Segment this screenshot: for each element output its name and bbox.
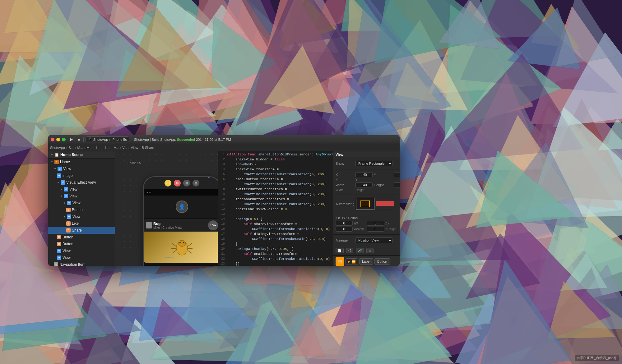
delta-y-input[interactable]: [367, 221, 384, 226]
breadcrumb-view[interactable]: View: [131, 146, 138, 150]
nav-item-view6[interactable]: V View: [48, 247, 115, 254]
iphone-tb-btn4[interactable]: ⊟: [193, 180, 199, 187]
breadcrumb-h2[interactable]: H...: [105, 146, 110, 150]
nav-item-like[interactable]: B Like: [48, 220, 115, 227]
watermark: 自学PHP网_自学习_php息: [575, 355, 619, 361]
breadcrumb-s[interactable]: S...: [68, 146, 74, 150]
bottom-icons-section: 📄 { } 🔗 ⚠: [333, 246, 400, 256]
nav-item-view2[interactable]: ▼ V View: [48, 186, 115, 193]
iphone-tb-btn1[interactable]: ◯: [165, 180, 171, 187]
w-sublabel: Width: [336, 188, 354, 192]
code-line-19: 19 }: [218, 242, 333, 247]
nav-item-label: Navigation Item: [59, 262, 85, 266]
line-num: 16: [219, 227, 225, 231]
x-input[interactable]: [355, 172, 373, 177]
play-forward-btn[interactable]: ▶ ⏩: [346, 258, 358, 265]
objects-button[interactable]: ⊞: [336, 257, 344, 266]
nav-item-home[interactable]: ▼ ⌂ Home: [48, 159, 115, 165]
btn1-icon: B: [66, 208, 71, 212]
expand-icon: ▼: [63, 202, 66, 205]
show-row: Show Frame Rectangle: [336, 161, 397, 166]
like-label: Like: [72, 221, 79, 226]
share-label: Share: [72, 228, 82, 233]
nav-item-visual-effect-view[interactable]: ▼ V Visual Effect View: [48, 179, 115, 186]
ar-preview-content: [376, 201, 394, 206]
breadcrumb-m2[interactable]: M...: [87, 146, 92, 150]
ios67-section: iOS 6/7 Deltas ΔX ΔY ΔWidth ΔHeight: [333, 213, 400, 235]
breadcrumb-shotsapp[interactable]: ShotsApp: [50, 146, 65, 150]
view4-icon: V: [67, 201, 71, 205]
shot-image: [144, 232, 218, 263]
show-select[interactable]: Frame Rectangle: [355, 161, 393, 166]
w-label: Width: [336, 183, 354, 187]
arrange-select[interactable]: Position View: [355, 237, 393, 243]
scheme-selector[interactable]: 📱 ShotsApp › iPhone 5s: [86, 136, 129, 142]
code-line-23: 23 }): [218, 262, 333, 266]
home-label: Home: [60, 160, 70, 164]
ios67-header-row: iOS 6/7 Deltas: [336, 216, 397, 220]
y-input[interactable]: [394, 172, 400, 177]
iphone-tb-btn2[interactable]: ⊟: [174, 180, 181, 187]
code-line-1: 1 @IBAction func shareButtonDidPress (se…: [218, 153, 333, 158]
line-num: 12: [219, 207, 225, 211]
link-btn[interactable]: 🔗: [356, 248, 364, 253]
line-num: 9: [219, 192, 225, 196]
nav-item-navigation-item[interactable]: N Navigation Item: [48, 261, 115, 266]
maximize-button[interactable]: [62, 138, 66, 141]
w-input[interactable]: [355, 182, 373, 187]
delta-w-input[interactable]: [336, 227, 353, 232]
warning-btn[interactable]: ⚠: [366, 248, 374, 253]
code-line-11: 11 CGAffineTransformMakeTranslation ( 0 …: [218, 202, 333, 207]
iphone-tb-btn3[interactable]: ⊟: [183, 180, 190, 187]
code-line-5: 5 CGAffineTransformMakeTranslation ( 0 ,…: [218, 173, 333, 177]
nav-item-button3[interactable]: B Button: [48, 241, 115, 247]
line-num: 7: [219, 182, 225, 186]
nav-item-share[interactable]: B Share: [48, 227, 115, 234]
label-button[interactable]: Label: [359, 258, 373, 265]
view6-label: View: [63, 249, 71, 253]
icon-row: 📄 { } 🔗 ⚠: [336, 248, 397, 253]
file-btn[interactable]: 📄: [336, 248, 344, 253]
code-line-21: 21 self .emailButton.transform =: [218, 252, 333, 257]
toolbar-separator: [83, 137, 84, 142]
nav-item-image[interactable]: V image: [48, 172, 115, 179]
h-input[interactable]: [394, 182, 400, 187]
play-button[interactable]: ▶: [69, 137, 74, 142]
scene-icon: 📋: [54, 153, 59, 157]
arrange-section: Arrange Position View: [333, 235, 400, 246]
minimize-button[interactable]: [56, 138, 60, 141]
stop-button[interactable]: ■: [76, 137, 81, 142]
code-content[interactable]: 1 @IBAction func shareButtonDidPress (se…: [218, 151, 333, 266]
y-label: Y: [374, 173, 392, 177]
x-label: X: [336, 173, 354, 177]
status-bar: 9:41: [144, 189, 218, 196]
button-button[interactable]: Button: [374, 258, 390, 265]
delta-x-input[interactable]: [336, 221, 353, 226]
nav-item-view7[interactable]: V View: [48, 254, 115, 261]
breadcrumb-v2[interactable]: V...: [122, 146, 127, 150]
nav-item-view5[interactable]: ▼ V View: [48, 213, 115, 220]
nav-item-view3[interactable]: ▼ V View: [48, 193, 115, 200]
breadcrumb-h1[interactable]: H...: [96, 146, 101, 150]
delta-h-input[interactable]: [367, 227, 384, 232]
nav-item-button2[interactable]: B Button: [48, 234, 115, 241]
breadcrumb-v1[interactable]: V...: [114, 146, 119, 150]
breadcrumb-bshare[interactable]: B Share: [142, 146, 154, 150]
autoresize-row: Autoresizing: [336, 198, 397, 210]
show-section: Show Frame Rectangle: [333, 158, 400, 169]
nav-item-view1[interactable]: ▼ V View: [48, 165, 115, 172]
xy-sublabel-row: X Y: [336, 178, 397, 182]
delta-wh-row: ΔWidth ΔHeight: [336, 227, 397, 232]
autoresize-label: Autoresizing: [336, 202, 355, 206]
close-button[interactable]: [51, 138, 54, 141]
code-editor: 1 @IBAction func shareButtonDidPress (se…: [218, 151, 333, 266]
expand-icon: ▼: [60, 195, 63, 198]
nav-item-button1[interactable]: B Button: [48, 206, 115, 213]
breadcrumb-m1[interactable]: M...: [77, 146, 83, 150]
code-line-15: 15 self .shareView.transform =: [218, 222, 333, 227]
breadcrumb-bar: ShotsApp › S... › M... › M... › H... › H…: [48, 144, 400, 151]
bracket-btn[interactable]: { }: [346, 248, 353, 253]
line-num: 6: [219, 177, 225, 181]
image-label: image: [63, 173, 73, 178]
nav-item-view4[interactable]: ▼ V View: [48, 200, 115, 206]
